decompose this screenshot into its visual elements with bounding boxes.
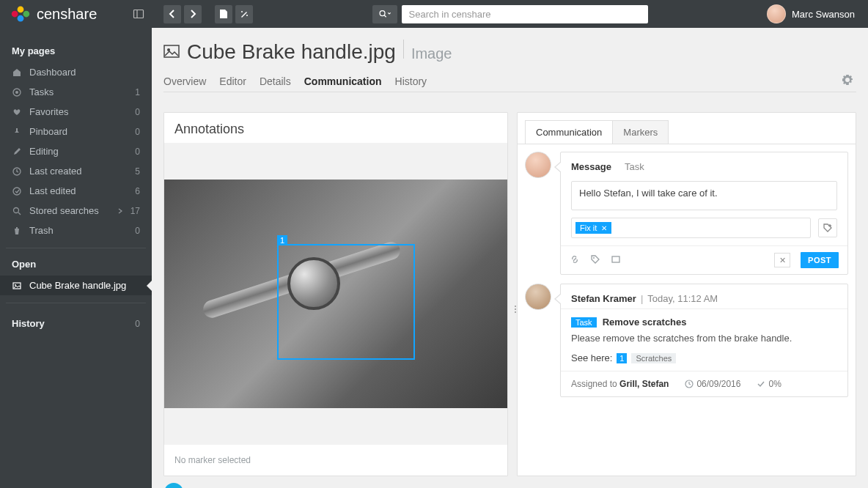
sidebar-item-count: 0 [135,147,140,157]
sidebar-item-count: 0 [135,127,140,137]
compose-attach-link-button[interactable] [570,254,580,267]
sidebar-item-editing[interactable]: Editing 0 [0,141,152,161]
page-title: Cube Brake handle.jpg [187,40,396,64]
file-plus-icon [219,9,228,19]
task-due-date: 06/09/2016 [685,379,740,389]
svg-rect-18 [164,45,179,57]
user-avatar-top[interactable] [767,4,786,23]
sidebar-item-label: Trash [29,225,128,236]
tab-overview[interactable]: Overview [163,71,206,92]
asset-preview-image: 1 [164,180,507,408]
sidebar-section-open: Open [0,256,152,276]
sidebar-item-tasks[interactable]: Tasks 1 [0,82,152,102]
sidebar-section-history: History [12,318,135,329]
compose-textarea[interactable]: Hello Stefan, I will take care of it. [571,181,837,210]
compose-tag-label: Fix it [580,223,597,232]
sidebar-toggle-button[interactable] [129,4,148,23]
nav-back-button[interactable] [163,5,181,23]
task-author-avatar [525,284,551,310]
chevron-right-icon [117,205,123,216]
sidebar-item-lastcreated[interactable]: Last created 5 [0,161,152,181]
annotations-title: Annotations [164,113,507,143]
trash-icon [12,226,22,235]
wand-icon [240,10,249,18]
nav-forward-button[interactable] [184,5,202,23]
task-sep: | [641,293,643,304]
annotation-empty-text: No marker selected [164,445,507,476]
title-divider [403,40,404,59]
task-icon [12,88,22,97]
brand-name: censhare [37,6,97,23]
new-asset-button[interactable] [215,5,232,23]
task-see-here-label: See here: [571,352,612,363]
task-timestamp: Today, 11:12 AM [647,293,718,304]
sidebar-open-item[interactable]: Cube Brake handle.jpg [0,276,152,295]
search-dropdown-button[interactable] [372,5,397,23]
compose-tab-task[interactable]: Task [625,161,644,172]
task-body-text: Please remove the scratches from the bra… [561,329,847,352]
sidebar-item-count: 6 [135,186,140,196]
sidebar-item-label: Tasks [29,86,128,97]
censhare-icon [10,4,31,24]
sidebar-history-count: 0 [135,319,140,329]
compose-tag-remove[interactable]: ✕ [601,224,607,232]
compose-bubble: Message Task Hello Stefan, I will take c… [560,152,848,275]
clock-check-icon [12,187,22,196]
annotations-panel: Annotations 1 No marker selected [163,112,508,476]
user-name[interactable]: Marc Swanson [792,9,855,20]
task-marker-ref[interactable]: 1 [617,353,627,363]
page-settings-button[interactable] [842,74,853,88]
sidebar-item-storedsearches[interactable]: Stored searches 17 [0,201,152,221]
annotation-image-area[interactable]: 1 [164,143,507,445]
sidebar-item-dashboard[interactable]: Dashboard [0,62,152,82]
heart-icon [12,108,22,117]
sidebar-open-item-label: Cube Brake handle.jpg [29,280,140,291]
communication-panel: Communication Markers Message Task Hello… [517,112,856,476]
compose-cancel-button[interactable]: ✕ [774,253,790,267]
sidebar-item-label: Last created [29,166,128,177]
rp-tab-markers[interactable]: Markers [612,120,669,144]
compose-tag-add-button[interactable] [818,218,837,237]
rp-tab-communication[interactable]: Communication [525,120,613,144]
sidebar-item-label: Last edited [29,185,128,196]
sidebar-item-lastedited[interactable]: Last edited 6 [0,181,152,201]
magic-action-button[interactable] [235,5,253,23]
svg-point-8 [380,11,385,16]
panel-resize-handle[interactable] [513,295,518,324]
sidebar-section-mypages: My pages [0,28,152,62]
compose-tab-message[interactable]: Message [571,161,611,172]
tab-editor[interactable]: Editor [219,71,246,92]
compose-attach-tag-button[interactable] [590,254,600,267]
sidebar-item-label: Pinboard [29,126,128,137]
marker-rect-icon [611,254,621,265]
compose-tag-input[interactable]: Fix it ✕ [571,218,811,238]
sidebar-item-favorites[interactable]: Favorites 0 [0,102,152,122]
compose-post-button[interactable]: POST [801,252,839,268]
chevron-left-icon [168,10,177,18]
compose-attach-marker-button[interactable] [611,254,621,267]
sidebar-item-pinboard[interactable]: Pinboard 0 [0,122,152,141]
chevron-right-icon [188,10,197,18]
sidebar-item-label: Favorites [29,106,128,117]
svg-rect-4 [134,10,144,18]
sidebar-toggle-icon [133,8,144,20]
search-input[interactable] [402,5,648,23]
sidebar-item-label: Stored searches [29,205,107,216]
pin-to-board-button[interactable] [164,483,183,488]
sidebar-item-trash[interactable]: Trash 0 [0,221,152,240]
svg-point-3 [18,15,24,22]
sidebar-item-count: 5 [135,166,140,177]
task-bubble: Stefan Kramer | Today, 11:12 AM Task Rem… [560,284,848,397]
tab-history[interactable]: History [395,71,427,92]
svg-point-13 [13,188,21,195]
svg-point-20 [593,257,595,259]
sidebar-item-label: Editing [29,146,128,157]
svg-line-15 [18,212,21,215]
tab-details[interactable]: Details [260,71,291,92]
clock-icon [12,167,22,176]
tab-communication[interactable]: Communication [304,71,382,92]
svg-point-1 [18,7,24,13]
svg-point-7 [246,15,248,16]
svg-line-9 [384,15,386,18]
annotation-marker-box[interactable]: 1 [277,244,415,360]
